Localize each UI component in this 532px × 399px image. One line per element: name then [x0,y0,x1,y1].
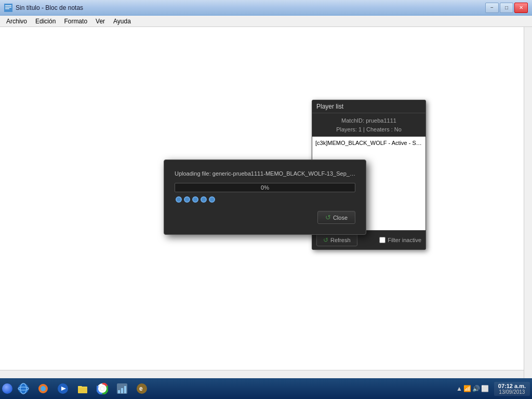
filter-label-text: Filter inactive [388,237,421,243]
menu-archivo[interactable]: Archivo [2,17,31,26]
taskbar-firefox[interactable] [34,381,52,396]
start-orb[interactable] [2,383,12,394]
window-controls: − □ ✕ [485,3,528,13]
taskbar-chrome[interactable] [94,381,111,396]
refresh-button[interactable]: ↺ Refresh [316,234,357,246]
title-bar: Sin título - Bloc de notas − □ ✕ [0,0,532,16]
taskbar-folder[interactable] [74,381,91,396]
dot-2 [184,196,190,203]
menu-edicion[interactable]: Edición [31,17,60,26]
vertical-scrollbar[interactable] [524,27,532,378]
progress-bar-container: 0% [175,183,355,192]
tray-network-icon[interactable]: 📶 [463,385,471,392]
clock-time: 07:12 a.m. [498,383,526,389]
maximize-button[interactable]: □ [500,3,513,13]
taskbar-wmp[interactable] [54,381,72,396]
horizontal-scrollbar[interactable] [0,370,524,378]
taskbar-util[interactable]: e [133,381,151,396]
minimize-button[interactable]: − [485,3,499,13]
clock-date: 13/09/2013 [498,389,526,395]
window-title: Sin título - Bloc de notas [16,4,485,11]
taskbar-network[interactable] [113,381,131,396]
upload-filename: Uploading file: generic-prueba1111-MEMO_… [175,170,355,177]
tray-arrow[interactable]: ▲ [456,385,462,392]
upload-close-button[interactable]: ↺ Close [317,211,355,224]
svg-point-13 [100,387,104,391]
upload-close-label: Close [333,215,348,221]
upload-dialog: Uploading file: generic-prueba1111-MEMO_… [164,159,366,235]
taskbar: e ▲ 📶 🔊 ⬜ 07:12 a.m. 13/09/2013 [0,378,532,399]
svg-rect-17 [124,386,126,393]
dot-5 [209,196,215,203]
close-button[interactable]: ✕ [514,3,528,13]
menu-ver[interactable]: Ver [91,17,109,26]
filter-inactive-checkbox[interactable] [379,237,385,243]
close-spin-icon: ↺ [325,214,331,221]
refresh-label: Refresh [330,237,351,243]
progress-text: 0% [261,184,269,191]
svg-text:e: e [139,385,143,392]
players-label: Players: 1 | Cheaters : No [316,125,421,134]
system-tray: ▲ 📶 🔊 ⬜ [453,385,492,392]
player-entry[interactable]: [c3k]MEMO_BLACK_WOLF - Active - Scan [314,139,423,147]
tray-volume-icon[interactable]: 🔊 [472,385,480,392]
svg-rect-15 [118,390,120,393]
svg-rect-2 [5,7,11,8]
taskbar-ie[interactable] [15,381,32,396]
player-list-title: Player list [312,100,425,113]
tray-battery-icon[interactable]: ⬜ [481,385,489,392]
menu-formato[interactable]: Formato [60,17,91,26]
menu-bar: Archivo Edición Formato Ver Ayuda [0,16,532,27]
player-list-info: MatchID: prueba1111 Players: 1 | Cheater… [312,113,425,137]
upload-dialog-footer: ↺ Close [175,211,355,224]
svg-rect-3 [5,8,9,9]
svg-rect-0 [4,4,12,12]
refresh-icon: ↺ [323,236,328,244]
loading-dots [176,196,355,203]
clock-area[interactable]: 07:12 a.m. 13/09/2013 [494,382,530,396]
dot-3 [192,196,198,203]
main-editor-area[interactable]: Player list MatchID: prueba1111 Players:… [0,27,532,378]
dot-4 [201,196,207,203]
filter-inactive-label[interactable]: Filter inactive [379,237,421,243]
svg-point-4 [18,383,29,394]
menu-ayuda[interactable]: Ayuda [109,17,135,26]
dot-1 [176,196,182,203]
svg-point-8 [41,386,46,391]
app-icon [4,4,12,12]
svg-rect-1 [5,5,11,6]
svg-rect-16 [121,388,123,393]
match-id-label: MatchID: prueba1111 [316,116,421,125]
